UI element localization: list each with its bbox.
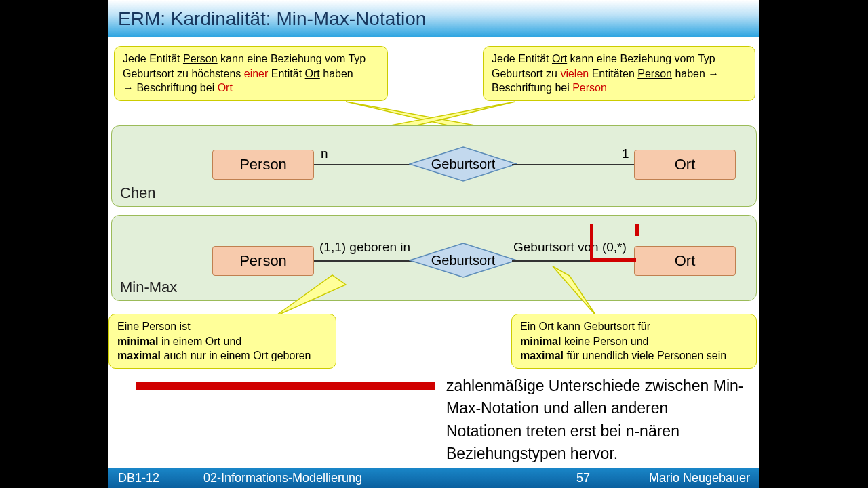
text: keine Person und [561,336,648,347]
entity-ref: Person [183,53,218,64]
entity-person: Person [212,150,314,180]
text: für unendlich viele Personen sein [564,350,726,361]
edge [314,260,414,262]
callout-bottom-left: Eine Person ist minimal in einem Ort und… [108,314,336,369]
bullet-text: zahlenmäßige Unterschiede zwischen Min-M… [446,375,746,465]
text: in einem Ort und [158,336,241,347]
bold: maximal [117,350,161,361]
text: auch nur in einem Ort geboren [161,350,311,361]
text: Jede Entität [123,53,183,64]
panel-label: Chen [120,184,156,202]
emphasis: vielen [560,68,589,79]
entity-person: Person [212,246,314,276]
edge [314,164,414,165]
emphasis: einer [244,68,269,79]
bullet-icon [136,382,435,390]
text: Entität [268,68,304,79]
text: → Beschriftung bei [123,82,218,94]
footer-author: Mario Neugebauer [610,471,760,485]
bold: minimal [117,336,158,347]
relationship-diamond: Geburtsort [409,146,517,182]
panel-label: Min-Max [120,279,177,296]
edge [512,164,634,165]
red-annotation-tick [635,224,639,236]
relationship-diamond: Geburtsort [409,243,517,278]
text: Eine Person ist [117,321,191,332]
entity-ref: Ort [552,53,567,64]
bold: minimal [520,336,561,347]
callout-top-right: Jede Entität Ort kann eine Beziehung vom… [483,46,755,101]
list-item: zahlenmäßige Unterschiede zwischen Min-M… [136,375,746,465]
entity-ort: Ort [634,150,736,180]
text: Ein Ort kann Geburtsort für [520,321,650,332]
entity-ref: Person [637,68,672,79]
footer-bar: DB1-12 02-Informations-Modellierung 57 M… [108,468,760,488]
entity-ort: Ort [634,246,736,276]
footer-code: DB1-12 [108,471,203,485]
footer-chapter: 02-Informations-Modellierung [203,471,556,485]
panel-minmax: Min-Max Person (1,1) geboren in Geburtso… [111,215,757,301]
red-annotation-bracket [590,224,636,262]
emphasis: Person [572,82,607,94]
slide-title: ERM: Kardinalität: Min-Max-Notation [118,8,426,30]
text: Jede Entität [492,53,552,64]
callout-bottom-right: Ein Ort kann Geburtsort für minimal kein… [511,314,757,369]
cardinality-left: n [321,146,328,161]
callout-top-left: Jede Entität Person kann eine Beziehung … [114,46,388,101]
slide: ERM: Kardinalität: Min-Max-Notation Jede… [108,0,760,488]
slide-content: Jede Entität Person kann eine Beziehung … [108,37,760,468]
entity-ref: Ort [305,68,320,79]
footer-page: 57 [556,471,610,485]
title-bar: ERM: Kardinalität: Min-Max-Notation [108,0,760,37]
cardinality-left: (1,1) geboren in [319,240,410,255]
bold: maximal [520,350,564,361]
text: haben [320,68,353,79]
cardinality-right: 1 [622,146,629,161]
panel-chen: Chen Person n Geburtsort 1 Ort [111,125,757,207]
emphasis: Ort [218,82,233,94]
text: Entitäten [589,68,637,79]
